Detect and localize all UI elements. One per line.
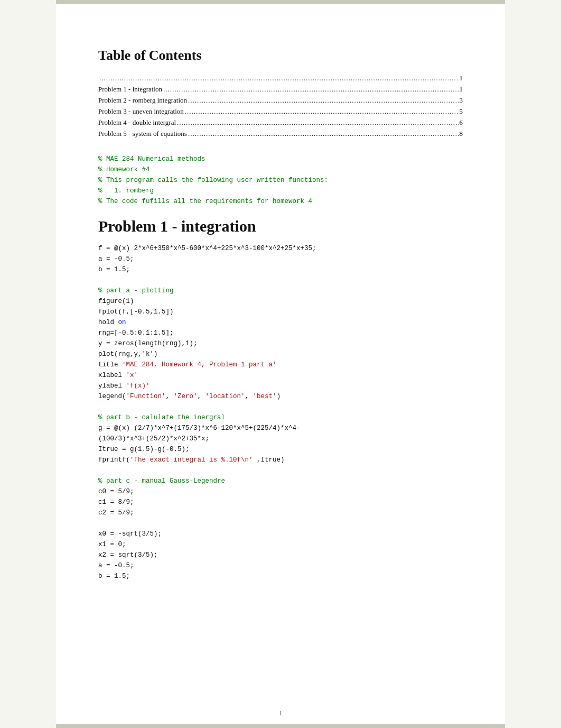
toc-page-3: 5 bbox=[460, 107, 463, 116]
code-line-fplot: fplot(f,[-0.5,1.5]) bbox=[98, 307, 463, 317]
section-title-problem1: Problem 1 - integration bbox=[98, 217, 463, 235]
code-line-ylabel: ylabel 'f(x)' bbox=[98, 381, 463, 391]
toc-page-4: 6 bbox=[460, 118, 463, 127]
toc-dots-1: ........................................… bbox=[163, 85, 459, 94]
code-line-fprintf: fprintf('The exact integral is %.10f\n' … bbox=[98, 455, 463, 465]
code-line-zeros: y = zeros(length(rng),1); bbox=[98, 338, 463, 349]
toc-dots-5: ........................................… bbox=[188, 130, 459, 138]
toc-page-1: 1 bbox=[460, 85, 463, 94]
toc-page-0: 1 bbox=[460, 74, 463, 82]
code-line-legend: legend('Function', 'Zero', 'location', '… bbox=[98, 391, 463, 402]
comment-line-1: % MAE 284 Numerical methods bbox=[98, 154, 463, 164]
comment-line-4: % 1. romberg bbox=[98, 186, 463, 196]
code-line-c2: c2 = 5/9; bbox=[98, 508, 463, 518]
toc-label-2: Problem 2 - romberg integration bbox=[98, 96, 187, 105]
page-number: 1 bbox=[56, 709, 505, 717]
toc-entry: Problem 5 - system of equations ........… bbox=[98, 130, 463, 138]
toc-entry: Problem 3 - uneven integration .........… bbox=[98, 107, 463, 116]
code-line-a2: a = -0.5; bbox=[98, 560, 463, 571]
code-line-x2: x2 = sqrt(3/5); bbox=[98, 550, 463, 560]
code-line-figure: figure(1) bbox=[98, 296, 463, 307]
code-line-x0: x0 = -sqrt(3/5); bbox=[98, 529, 463, 539]
code-line-hold: hold on bbox=[98, 317, 463, 328]
code-line-3: b = 1.5; bbox=[98, 264, 463, 275]
code-line-plot: plot(rng,y,'k') bbox=[98, 349, 463, 360]
code-line-comment-b: % part b - calulate the inergral bbox=[98, 412, 463, 423]
problem1-code-block: f = @(x) 2*x^6+350*x^5-600*x^4+225*x^3-1… bbox=[98, 243, 463, 582]
toc-entry: Problem 1 - integration ................… bbox=[98, 85, 463, 94]
code-line-g1: g = @(x) (2/7)*x^7+(175/3)*x^6-120*x^5+(… bbox=[98, 423, 463, 434]
code-line-c1: c1 = 8/9; bbox=[98, 497, 463, 508]
code-line-c0: c0 = 5/9; bbox=[98, 486, 463, 497]
toc-entry: Problem 4 - double intergral ...........… bbox=[98, 118, 463, 127]
toc-entry: Problem 2 - romberg integration ........… bbox=[98, 96, 463, 105]
code-line-blank3 bbox=[98, 465, 463, 476]
code-line-x1: x1 = 0; bbox=[98, 539, 463, 550]
toc-dots-2: ........................................… bbox=[188, 96, 458, 105]
code-line-itrue: Itrue = g(1.5)-g(-0.5); bbox=[98, 444, 463, 455]
toc-container: ........................................… bbox=[98, 74, 463, 138]
toc-label-3: Problem 3 - uneven integration bbox=[98, 107, 184, 116]
code-line-blank4 bbox=[98, 518, 463, 529]
toc-page-5: 8 bbox=[460, 130, 463, 138]
comment-line-5: % The code fufills all the requirements … bbox=[98, 196, 463, 207]
toc-label-1: Problem 1 - integration bbox=[98, 85, 162, 94]
page-container: Table of Contents ......................… bbox=[56, 0, 505, 728]
toc-title: Table of Contents bbox=[98, 48, 463, 63]
code-line-xlabel: xlabel 'x' bbox=[98, 370, 463, 381]
code-line-2: a = -0.5; bbox=[98, 254, 463, 264]
code-line-g2: (100/3)*x^3+(25/2)*x^2+35*x; bbox=[98, 434, 463, 444]
toc-dots-0: ........................................… bbox=[99, 74, 459, 82]
toc-page-2: 3 bbox=[460, 96, 463, 105]
code-line-blank1 bbox=[98, 275, 463, 285]
toc-label-5: Problem 5 - system of equations bbox=[98, 130, 187, 138]
top-bar bbox=[56, 0, 505, 4]
header-code-block: % MAE 284 Numerical methods % Homework #… bbox=[98, 154, 463, 207]
toc-dots-3: ........................................… bbox=[185, 107, 459, 116]
comment-line-2: % Homework #4 bbox=[98, 164, 463, 175]
toc-label-4: Problem 4 - double intergral bbox=[98, 118, 176, 127]
code-line-title: title 'MAE 284, Homework 4, Problem 1 pa… bbox=[98, 360, 463, 370]
code-line-comment-a: % part a - plotting bbox=[98, 285, 463, 296]
code-line-1: f = @(x) 2*x^6+350*x^5-600*x^4+225*x^3-1… bbox=[98, 243, 463, 254]
code-line-comment-c: % part c - manual Gauss-Legendre bbox=[98, 476, 463, 486]
code-line-blank2 bbox=[98, 402, 463, 412]
code-line-rng: rng=[-0.5:0.1:1.5]; bbox=[98, 328, 463, 338]
bottom-bar bbox=[56, 724, 505, 728]
toc-entry: ........................................… bbox=[98, 74, 463, 82]
code-line-b2: b = 1.5; bbox=[98, 571, 463, 582]
toc-dots-4: ........................................… bbox=[177, 118, 458, 127]
comment-line-3: % This program calls the following user-… bbox=[98, 175, 463, 186]
